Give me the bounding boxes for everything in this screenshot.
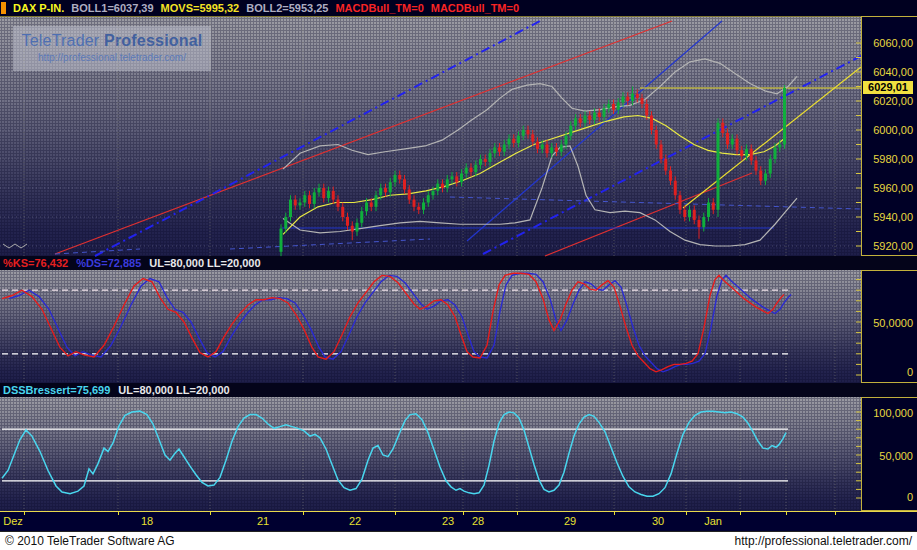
axis-label: 6040,00 — [873, 66, 913, 78]
date-tick — [118, 512, 119, 515]
date-tick — [24, 512, 25, 515]
dss-axis[interactable]: 100,00050,0000 — [861, 397, 917, 511]
chart-title-bar: DAX P-IN. BOLL1=6037,39 MOVS=5995,32 BOL… — [0, 0, 917, 16]
date-label: 22 — [349, 515, 361, 527]
boll2-value: BOLL2=5953,25 — [246, 2, 328, 14]
stochastic-panel[interactable] — [0, 270, 861, 383]
ks-value: %KS=76,432 — [3, 257, 68, 269]
stochastic-canvas[interactable] — [0, 270, 861, 383]
date-label: Jan — [704, 515, 722, 527]
teletrader-chart-window: DAX P-IN. BOLL1=6037,39 MOVS=5995,32 BOL… — [0, 0, 917, 550]
date-tick — [686, 512, 687, 515]
dss-value: DSSBressert=75,699 — [3, 384, 110, 396]
last-price-tag: 6029,01 — [863, 81, 913, 94]
date-tick — [614, 512, 615, 515]
ds-value: %DS=72,885 — [76, 257, 141, 269]
main-chart-canvas[interactable] — [0, 17, 861, 257]
date-label: 18 — [141, 515, 153, 527]
axis-label: 50,000 — [879, 450, 913, 462]
active-chart-marker-icon — [1, 2, 6, 14]
status-url: http://professional.teletrader.com/ — [735, 534, 912, 548]
date-tick — [786, 512, 787, 515]
axis-label: 6020,00 — [873, 95, 913, 107]
date-label: 30 — [652, 515, 664, 527]
date-label: 28 — [472, 515, 484, 527]
date-tick — [517, 512, 518, 515]
axis-label: 6060,00 — [873, 37, 913, 49]
axis-label: 5960,00 — [873, 182, 913, 194]
date-tick — [740, 512, 741, 515]
axis-label: 6000,00 — [873, 124, 913, 136]
date-tick — [210, 512, 211, 515]
axis-label: 0 — [907, 366, 913, 378]
axis-label: 0 — [907, 491, 913, 503]
date-tick — [395, 512, 396, 515]
date-tick — [303, 512, 304, 515]
status-bar: © 2010 TeleTrader Software AG http://pro… — [0, 531, 917, 550]
dss-header: DSSBressert=75,699 UL=80,000 LL=20,000 — [0, 383, 917, 397]
date-label: 21 — [257, 515, 269, 527]
date-tick — [835, 512, 836, 515]
axis-label: 5980,00 — [873, 153, 913, 165]
dss-bressert-panel[interactable] — [0, 397, 861, 511]
date-tick — [463, 512, 464, 515]
movs-value: MOVS=5995,32 — [161, 2, 240, 14]
stoch-limits: UL=80,000 LL=20,000 — [149, 257, 260, 269]
dss-limits: UL=80,000 LL=20,000 — [118, 384, 229, 396]
axis-label: 5940,00 — [873, 211, 913, 223]
main-price-panel[interactable]: TeleTrader Professional http://professio… — [0, 16, 861, 256]
symbol-label: DAX P-IN. — [13, 2, 64, 14]
time-axis[interactable]: Dez18212223282930Jan — [0, 511, 917, 531]
axis-label: 5920,00 — [873, 240, 913, 252]
date-label: 23 — [442, 515, 454, 527]
macd2-value: MACDBull_TM=0 — [431, 2, 519, 14]
date-label: Dez — [3, 515, 23, 527]
stochastic-header: %KS=76,432 %DS=72,885 UL=80,000 LL=20,00… — [0, 256, 917, 270]
boll1-value: BOLL1=6037,39 — [71, 2, 153, 14]
dss-canvas[interactable] — [0, 397, 861, 511]
axis-label: 100,000 — [873, 407, 913, 419]
copyright-text: © 2010 TeleTrader Software AG — [5, 534, 175, 548]
macd1-value: MACDBull_TM=0 — [335, 2, 423, 14]
axis-label: 50,0000 — [873, 317, 913, 329]
date-label: 29 — [564, 515, 576, 527]
stochastic-axis[interactable]: 50,00000 — [861, 270, 917, 383]
price-axis[interactable]: 6029,01 6060,006040,006020,006000,005980… — [861, 16, 917, 256]
